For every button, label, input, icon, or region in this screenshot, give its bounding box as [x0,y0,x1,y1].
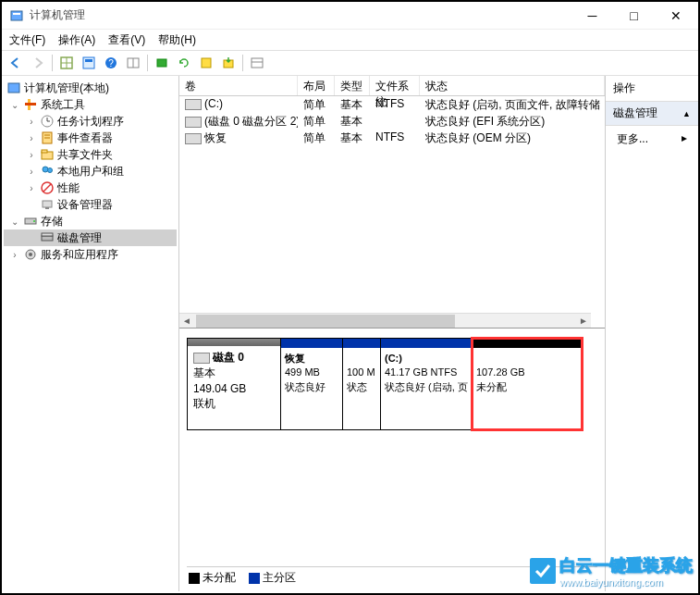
legend-unallocated-icon [189,573,200,584]
scroll-right-icon[interactable]: ► [576,316,591,326]
scroll-thumb[interactable] [196,315,455,328]
col-volume[interactable]: 卷 [179,76,298,95]
volume-icon [185,133,202,144]
collapse-triangle-icon: ▲ [682,109,691,118]
svg-rect-6 [85,59,92,62]
svg-rect-1 [13,13,20,15]
tree-task-scheduler[interactable]: › 任务计划程序 [4,113,177,130]
toolbar-icon-6[interactable] [218,53,239,73]
svg-rect-14 [252,58,263,68]
back-button[interactable] [6,53,26,73]
help-icon[interactable]: ? [101,53,121,73]
disk-icon [193,353,210,364]
expand-icon[interactable]: › [26,117,37,127]
svg-point-27 [43,167,48,172]
window-title: 计算机管理 [30,7,571,23]
col-layout[interactable]: 布局 [298,76,335,95]
collapse-icon[interactable]: ⌄ [9,100,20,110]
volume-row[interactable]: (C:) 简单 基本 NTFS 状态良好 (启动, 页面文件, 故障转储 [179,96,605,113]
menubar: 文件(F) 操作(A) 查看(V) 帮助(H) [2,30,698,50]
actions-more[interactable]: 更多... ▸ [606,126,698,153]
expand-icon[interactable]: › [9,250,20,260]
tree-local-users[interactable]: › 本地用户和组 [4,163,177,180]
tree-services[interactable]: › 服务和应用程序 [4,246,177,263]
menu-file[interactable]: 文件(F) [9,32,45,48]
menu-help[interactable]: 帮助(H) [158,32,196,48]
collapse-icon[interactable]: ⌄ [9,217,20,227]
menu-view[interactable]: 查看(V) [108,32,145,48]
partition-efi[interactable]: 100 M 状态 [342,338,381,430]
col-type[interactable]: 类型 [335,76,370,95]
disk-graphic-area: 磁盘 0 基本 149.04 GB 联机 恢复 499 MB 状态良好 [179,328,605,591]
svg-point-34 [33,220,35,222]
tree-root[interactable]: 计算机管理(本地) [4,80,177,96]
svg-line-30 [43,184,51,192]
svg-rect-31 [43,201,52,207]
app-icon [9,8,24,23]
tree-performance[interactable]: › 性能 [4,180,177,196]
partition-c[interactable]: (C:) 41.17 GB NTFS 状态良好 (启动, 页 [380,338,473,430]
watermark-logo-icon [530,558,556,584]
toolbar-icon-5[interactable] [196,53,216,73]
tree-event-viewer[interactable]: › 事件查看器 [4,130,177,146]
svg-point-38 [29,253,32,256]
svg-rect-18 [25,103,36,105]
svg-rect-16 [8,83,19,93]
svg-rect-12 [202,58,211,68]
volume-row[interactable]: 恢复 简单 基本 NTFS 状态良好 (OEM 分区) [179,130,605,146]
tree-panel: 计算机管理(本地) ⌄ 系统工具 › 任务计划程序 › 事件查看器 › 共享文件… [2,76,179,591]
partition-recovery[interactable]: 恢复 499 MB 状态良好 [280,338,343,430]
volume-icon [185,117,202,128]
expand-icon[interactable]: › [26,150,37,160]
tree-system-tools[interactable]: ⌄ 系统工具 [4,96,177,113]
actions-panel: 操作 磁盘管理 ▲ 更多... ▸ [606,76,698,591]
menu-action[interactable]: 操作(A) [58,32,95,48]
tree-storage[interactable]: ⌄ 存储 [4,213,177,229]
toolbar-icon-7[interactable] [247,53,267,73]
actions-header: 操作 [606,76,698,102]
watermark: 白云一键重装系统 www.baiyunxitong.com [530,554,693,588]
expand-icon[interactable]: › [26,183,37,193]
legend-primary-icon [249,573,260,584]
svg-text:?: ? [108,58,114,68]
titlebar: 计算机管理 ─ □ ✕ [2,2,698,30]
tree-shared-folders[interactable]: › 共享文件夹 [4,146,177,163]
legend: 未分配 主分区 [189,570,296,586]
col-status[interactable]: 状态 [420,76,605,95]
toolbar-icon-1[interactable] [56,53,77,73]
actions-category[interactable]: 磁盘管理 ▲ [606,102,698,126]
svg-rect-0 [11,11,22,20]
volume-table-body: (C:) 简单 基本 NTFS 状态良好 (启动, 页面文件, 故障转储 (磁盘… [179,96,605,328]
svg-rect-35 [42,236,53,241]
svg-rect-5 [83,57,94,68]
maximize-button[interactable]: □ [613,3,655,29]
svg-rect-11 [157,59,166,67]
volume-row[interactable]: (磁盘 0 磁盘分区 2) 简单 基本 状态良好 (EFI 系统分区) [179,113,605,130]
svg-point-28 [48,168,53,173]
toolbar-icon-4[interactable] [152,53,172,73]
volume-icon [185,99,202,110]
expand-icon[interactable]: › [26,167,37,177]
tree-device-manager[interactable]: 设备管理器 [4,196,177,213]
svg-rect-36 [42,233,53,236]
toolbar-icon-3[interactable] [123,53,143,73]
svg-rect-32 [45,207,49,209]
center-panel: 卷 布局 类型 文件系统 状态 (C:) 简单 基本 NTFS 状态良好 (启动… [179,76,606,591]
forward-button[interactable] [28,53,48,73]
partition-unallocated[interactable]: 107.28 GB 未分配 [472,338,583,430]
minimize-button[interactable]: ─ [571,3,613,29]
volume-table-header: 卷 布局 类型 文件系统 状态 [179,76,605,96]
tree-disk-management[interactable]: 磁盘管理 [4,229,177,246]
chevron-right-icon: ▸ [682,131,687,147]
horizontal-scrollbar[interactable]: ◄ ► [179,313,591,328]
refresh-icon[interactable] [174,53,194,73]
expand-icon[interactable]: › [26,133,37,143]
col-filesystem[interactable]: 文件系统 [370,76,420,95]
toolbar: ? [2,50,698,76]
disk-label[interactable]: 磁盘 0 基本 149.04 GB 联机 [187,338,281,430]
close-button[interactable]: ✕ [655,3,696,29]
scroll-left-icon[interactable]: ◄ [179,316,194,326]
svg-rect-26 [42,150,47,153]
toolbar-icon-2[interactable] [79,53,99,73]
